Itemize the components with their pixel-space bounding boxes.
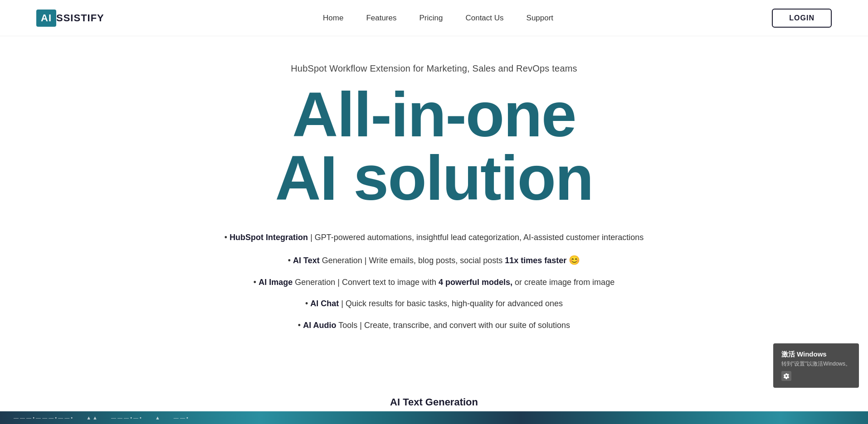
hero-title: All-in-one AI solution	[198, 83, 670, 210]
feature-aitext-bold: AI Text	[293, 256, 320, 265]
windows-activate-title: 激活 Windows	[781, 349, 851, 360]
logo-text: SSISTIFY	[56, 12, 104, 24]
windows-watermark: 激活 Windows 转到"设置"以激活Windows。	[773, 343, 859, 388]
feature-bullet: •	[224, 233, 229, 242]
nav-link-contact[interactable]: Contact Us	[465, 14, 503, 22]
windows-activate-subtitle: 转到"设置"以激活Windows。	[781, 360, 851, 368]
hero-title-line2: AI solution	[198, 146, 670, 210]
feature-aiimage-bold: AI Image	[258, 278, 293, 287]
feature-aichat: • AI Chat | Quick results for basic task…	[198, 294, 670, 313]
nav-item-home[interactable]: Home	[323, 14, 343, 23]
hero-title-line1: All-in-one	[198, 83, 670, 146]
hero-features: • HubSpot Integration | GPT-powered auto…	[198, 228, 670, 335]
nav-item-features[interactable]: Features	[366, 14, 396, 23]
nav-item-pricing[interactable]: Pricing	[419, 14, 443, 23]
feature-aichat-bold: AI Chat	[310, 299, 339, 308]
nav-item-contact[interactable]: Contact Us	[465, 14, 503, 23]
nav-item-support[interactable]: Support	[527, 14, 554, 23]
login-button[interactable]: LOGIN	[772, 9, 832, 28]
feature-aiaudio: • AI Audio Tools | Create, transcribe, a…	[198, 316, 670, 335]
feature-aichat-text: | Quick results for basic tasks, high-qu…	[341, 299, 563, 308]
nav-link-features[interactable]: Features	[366, 14, 396, 22]
ai-text-generation-label: AI Text Generation	[390, 396, 478, 408]
nav-link-support[interactable]: Support	[527, 14, 554, 22]
feature-bullet: •	[305, 299, 310, 308]
navbar: AISSISTIFY Home Features Pricing Contact…	[0, 0, 868, 36]
feature-bullet: •	[288, 256, 293, 265]
feature-aiaudio-text: Tools | Create, transcribe, and convert …	[338, 321, 570, 330]
feature-hubspot-text: | GPT-powered automations, insightful le…	[310, 233, 644, 242]
ai-text-generation-section: AI Text Generation	[390, 396, 478, 408]
logo-box: AI	[36, 10, 56, 27]
hero-subtitle: HubSpot Workflow Extension for Marketing…	[198, 63, 670, 74]
feature-hubspot: • HubSpot Integration | GPT-powered auto…	[198, 228, 670, 247]
hero-section: HubSpot Workflow Extension for Marketing…	[162, 36, 706, 355]
nav-link-pricing[interactable]: Pricing	[419, 14, 443, 22]
windows-settings-icon[interactable]	[781, 371, 791, 381]
nav-links: Home Features Pricing Contact Us Support	[323, 14, 553, 23]
feature-bullet: •	[254, 278, 258, 287]
feature-aitext: • AI Text Generation | Write emails, blo…	[198, 249, 670, 271]
feature-aitext-speed: 11x times faster	[505, 256, 566, 265]
feature-aiimage-models: 4 powerful models,	[439, 278, 512, 287]
feature-aiaudio-bold: AI Audio	[303, 321, 336, 330]
feature-aiimage: • AI Image Generation | Convert text to …	[198, 273, 670, 292]
bottom-strip: — — — • — — — • — — • ▲ ▲ — — — • — • ▲ …	[0, 411, 868, 424]
logo[interactable]: AISSISTIFY	[36, 10, 104, 27]
strip-content: — — — • — — — • — — • ▲ ▲ — — — • — • ▲ …	[0, 415, 202, 420]
feature-aitext-text: Generation | Write emails, blog posts, s…	[322, 256, 505, 265]
feature-aiimage-text2: or create image from image	[515, 278, 614, 287]
nav-link-home[interactable]: Home	[323, 14, 343, 22]
feature-aiimage-text: Generation | Convert text to image with	[295, 278, 439, 287]
feature-bullet: •	[298, 321, 303, 330]
feature-hubspot-bold: HubSpot Integration	[229, 233, 308, 242]
emoji-smile: 😊	[569, 255, 580, 265]
